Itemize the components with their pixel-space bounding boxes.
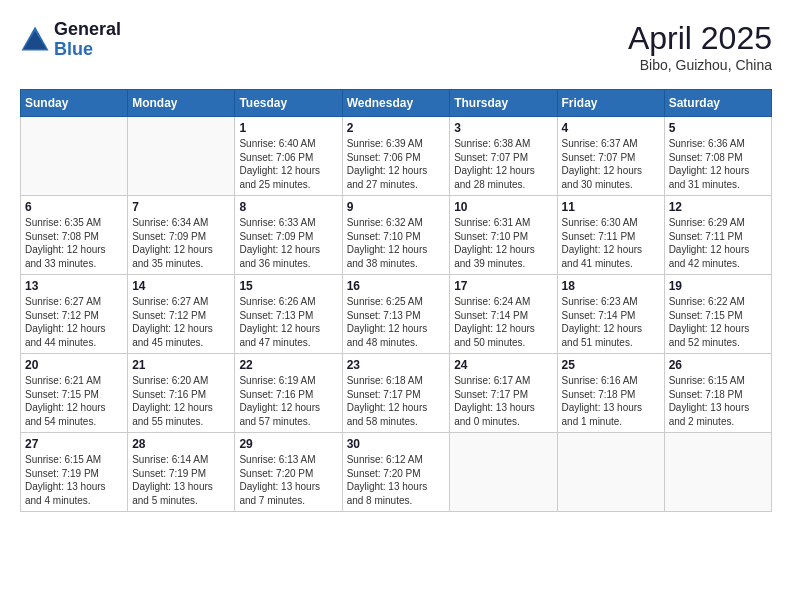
location: Bibo, Guizhou, China — [628, 57, 772, 73]
calendar-week-2: 6Sunrise: 6:35 AM Sunset: 7:08 PM Daylig… — [21, 196, 772, 275]
cell-content: Sunrise: 6:19 AM Sunset: 7:16 PM Dayligh… — [239, 374, 337, 428]
weekday-header-saturday: Saturday — [664, 90, 771, 117]
calendar-cell — [450, 433, 557, 512]
day-number: 10 — [454, 200, 552, 214]
day-number: 28 — [132, 437, 230, 451]
calendar-cell: 29Sunrise: 6:13 AM Sunset: 7:20 PM Dayli… — [235, 433, 342, 512]
day-number: 8 — [239, 200, 337, 214]
day-number: 19 — [669, 279, 767, 293]
calendar-cell — [21, 117, 128, 196]
calendar-cell: 11Sunrise: 6:30 AM Sunset: 7:11 PM Dayli… — [557, 196, 664, 275]
cell-content: Sunrise: 6:21 AM Sunset: 7:15 PM Dayligh… — [25, 374, 123, 428]
cell-content: Sunrise: 6:13 AM Sunset: 7:20 PM Dayligh… — [239, 453, 337, 507]
weekday-header-friday: Friday — [557, 90, 664, 117]
calendar-cell: 16Sunrise: 6:25 AM Sunset: 7:13 PM Dayli… — [342, 275, 450, 354]
logo-text: General Blue — [54, 20, 121, 60]
day-number: 30 — [347, 437, 446, 451]
day-number: 13 — [25, 279, 123, 293]
cell-content: Sunrise: 6:15 AM Sunset: 7:18 PM Dayligh… — [669, 374, 767, 428]
day-number: 17 — [454, 279, 552, 293]
day-number: 16 — [347, 279, 446, 293]
calendar-cell: 4Sunrise: 6:37 AM Sunset: 7:07 PM Daylig… — [557, 117, 664, 196]
cell-content: Sunrise: 6:33 AM Sunset: 7:09 PM Dayligh… — [239, 216, 337, 270]
cell-content: Sunrise: 6:15 AM Sunset: 7:19 PM Dayligh… — [25, 453, 123, 507]
cell-content: Sunrise: 6:27 AM Sunset: 7:12 PM Dayligh… — [25, 295, 123, 349]
cell-content: Sunrise: 6:31 AM Sunset: 7:10 PM Dayligh… — [454, 216, 552, 270]
day-number: 1 — [239, 121, 337, 135]
cell-content: Sunrise: 6:40 AM Sunset: 7:06 PM Dayligh… — [239, 137, 337, 191]
calendar-cell: 5Sunrise: 6:36 AM Sunset: 7:08 PM Daylig… — [664, 117, 771, 196]
cell-content: Sunrise: 6:38 AM Sunset: 7:07 PM Dayligh… — [454, 137, 552, 191]
calendar-cell: 6Sunrise: 6:35 AM Sunset: 7:08 PM Daylig… — [21, 196, 128, 275]
logo-general: General — [54, 20, 121, 40]
calendar-cell: 25Sunrise: 6:16 AM Sunset: 7:18 PM Dayli… — [557, 354, 664, 433]
weekday-header-thursday: Thursday — [450, 90, 557, 117]
calendar-cell: 20Sunrise: 6:21 AM Sunset: 7:15 PM Dayli… — [21, 354, 128, 433]
calendar-cell: 15Sunrise: 6:26 AM Sunset: 7:13 PM Dayli… — [235, 275, 342, 354]
weekday-header-sunday: Sunday — [21, 90, 128, 117]
calendar-cell — [664, 433, 771, 512]
cell-content: Sunrise: 6:25 AM Sunset: 7:13 PM Dayligh… — [347, 295, 446, 349]
day-number: 15 — [239, 279, 337, 293]
calendar-cell: 10Sunrise: 6:31 AM Sunset: 7:10 PM Dayli… — [450, 196, 557, 275]
calendar-cell: 8Sunrise: 6:33 AM Sunset: 7:09 PM Daylig… — [235, 196, 342, 275]
calendar-cell: 13Sunrise: 6:27 AM Sunset: 7:12 PM Dayli… — [21, 275, 128, 354]
cell-content: Sunrise: 6:18 AM Sunset: 7:17 PM Dayligh… — [347, 374, 446, 428]
calendar-cell: 22Sunrise: 6:19 AM Sunset: 7:16 PM Dayli… — [235, 354, 342, 433]
day-number: 26 — [669, 358, 767, 372]
calendar-cell: 18Sunrise: 6:23 AM Sunset: 7:14 PM Dayli… — [557, 275, 664, 354]
day-number: 18 — [562, 279, 660, 293]
day-number: 25 — [562, 358, 660, 372]
calendar-cell: 28Sunrise: 6:14 AM Sunset: 7:19 PM Dayli… — [128, 433, 235, 512]
cell-content: Sunrise: 6:22 AM Sunset: 7:15 PM Dayligh… — [669, 295, 767, 349]
weekday-header-monday: Monday — [128, 90, 235, 117]
cell-content: Sunrise: 6:39 AM Sunset: 7:06 PM Dayligh… — [347, 137, 446, 191]
calendar-cell: 26Sunrise: 6:15 AM Sunset: 7:18 PM Dayli… — [664, 354, 771, 433]
cell-content: Sunrise: 6:20 AM Sunset: 7:16 PM Dayligh… — [132, 374, 230, 428]
cell-content: Sunrise: 6:14 AM Sunset: 7:19 PM Dayligh… — [132, 453, 230, 507]
day-number: 6 — [25, 200, 123, 214]
day-number: 14 — [132, 279, 230, 293]
calendar-cell: 1Sunrise: 6:40 AM Sunset: 7:06 PM Daylig… — [235, 117, 342, 196]
month-title: April 2025 — [628, 20, 772, 57]
day-number: 9 — [347, 200, 446, 214]
calendar-cell: 12Sunrise: 6:29 AM Sunset: 7:11 PM Dayli… — [664, 196, 771, 275]
cell-content: Sunrise: 6:24 AM Sunset: 7:14 PM Dayligh… — [454, 295, 552, 349]
day-number: 11 — [562, 200, 660, 214]
calendar-cell: 14Sunrise: 6:27 AM Sunset: 7:12 PM Dayli… — [128, 275, 235, 354]
cell-content: Sunrise: 6:12 AM Sunset: 7:20 PM Dayligh… — [347, 453, 446, 507]
calendar-cell: 2Sunrise: 6:39 AM Sunset: 7:06 PM Daylig… — [342, 117, 450, 196]
day-number: 27 — [25, 437, 123, 451]
calendar-cell: 19Sunrise: 6:22 AM Sunset: 7:15 PM Dayli… — [664, 275, 771, 354]
day-number: 3 — [454, 121, 552, 135]
day-number: 2 — [347, 121, 446, 135]
cell-content: Sunrise: 6:26 AM Sunset: 7:13 PM Dayligh… — [239, 295, 337, 349]
cell-content: Sunrise: 6:16 AM Sunset: 7:18 PM Dayligh… — [562, 374, 660, 428]
cell-content: Sunrise: 6:17 AM Sunset: 7:17 PM Dayligh… — [454, 374, 552, 428]
calendar-cell: 27Sunrise: 6:15 AM Sunset: 7:19 PM Dayli… — [21, 433, 128, 512]
day-number: 21 — [132, 358, 230, 372]
page-header: General Blue April 2025 Bibo, Guizhou, C… — [20, 20, 772, 73]
day-number: 7 — [132, 200, 230, 214]
cell-content: Sunrise: 6:35 AM Sunset: 7:08 PM Dayligh… — [25, 216, 123, 270]
cell-content: Sunrise: 6:30 AM Sunset: 7:11 PM Dayligh… — [562, 216, 660, 270]
cell-content: Sunrise: 6:29 AM Sunset: 7:11 PM Dayligh… — [669, 216, 767, 270]
calendar-cell — [557, 433, 664, 512]
day-number: 24 — [454, 358, 552, 372]
cell-content: Sunrise: 6:36 AM Sunset: 7:08 PM Dayligh… — [669, 137, 767, 191]
calendar-cell: 30Sunrise: 6:12 AM Sunset: 7:20 PM Dayli… — [342, 433, 450, 512]
cell-content: Sunrise: 6:34 AM Sunset: 7:09 PM Dayligh… — [132, 216, 230, 270]
calendar-cell — [128, 117, 235, 196]
cell-content: Sunrise: 6:37 AM Sunset: 7:07 PM Dayligh… — [562, 137, 660, 191]
calendar: SundayMondayTuesdayWednesdayThursdayFrid… — [20, 89, 772, 512]
weekday-header-row: SundayMondayTuesdayWednesdayThursdayFrid… — [21, 90, 772, 117]
logo: General Blue — [20, 20, 121, 60]
day-number: 5 — [669, 121, 767, 135]
calendar-cell: 24Sunrise: 6:17 AM Sunset: 7:17 PM Dayli… — [450, 354, 557, 433]
logo-icon — [20, 25, 50, 55]
calendar-week-5: 27Sunrise: 6:15 AM Sunset: 7:19 PM Dayli… — [21, 433, 772, 512]
cell-content: Sunrise: 6:32 AM Sunset: 7:10 PM Dayligh… — [347, 216, 446, 270]
svg-marker-1 — [24, 31, 47, 49]
calendar-cell: 23Sunrise: 6:18 AM Sunset: 7:17 PM Dayli… — [342, 354, 450, 433]
title-block: April 2025 Bibo, Guizhou, China — [628, 20, 772, 73]
